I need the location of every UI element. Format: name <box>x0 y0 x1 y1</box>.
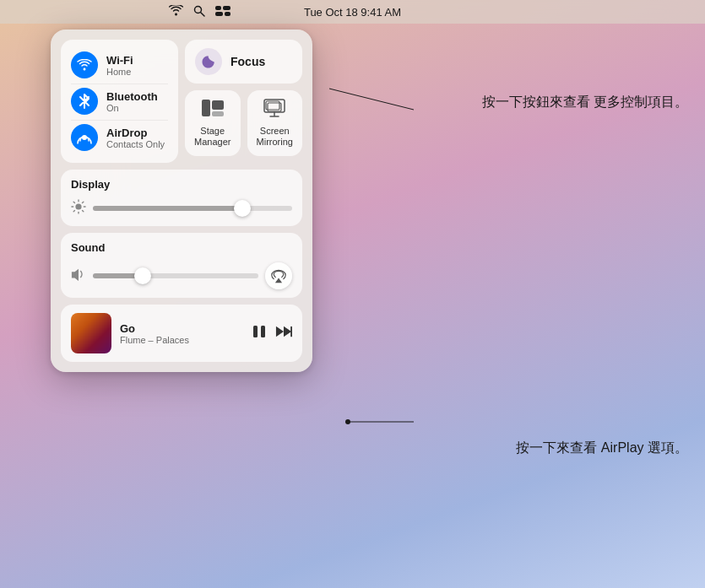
stage-manager-label: StageManager <box>194 126 230 148</box>
focus-label: Focus <box>230 55 265 68</box>
airdrop-name: AirDrop <box>106 127 165 139</box>
svg-line-19 <box>83 211 84 212</box>
menu-bar: Tue Oct 18 9:41 AM <box>0 0 705 24</box>
album-art <box>71 313 111 353</box>
sound-section: Sound <box>61 233 302 298</box>
track-name: Go <box>120 322 243 335</box>
display-section: Display <box>61 170 302 226</box>
wifi-name: Wi-Fi <box>106 54 133 67</box>
annotation-top: 按一下按鈕來查看 更多控制項目。 <box>482 93 688 111</box>
svg-rect-22 <box>253 326 258 337</box>
small-tiles-row: StageManager ScreenMirroring <box>185 90 302 156</box>
annotation-bottom-text: 按一下來查看 AirPlay 選項。 <box>516 440 688 455</box>
svg-rect-2 <box>215 6 221 10</box>
wifi-menubar-icon[interactable] <box>169 5 183 19</box>
svg-line-25 <box>329 89 414 110</box>
stage-manager-tile[interactable]: StageManager <box>185 90 241 156</box>
search-menubar-icon[interactable] <box>193 5 205 19</box>
bluetooth-status: On <box>106 103 158 113</box>
stage-manager-icon <box>202 99 224 122</box>
airdrop-text: AirDrop Contacts Only <box>106 127 165 149</box>
svg-rect-8 <box>212 100 224 110</box>
svg-point-13 <box>75 203 81 209</box>
display-slider-fill <box>93 206 242 211</box>
sound-title: Sound <box>71 241 292 254</box>
sound-slider-thumb <box>134 267 151 284</box>
bluetooth-row[interactable]: Bluetooth On <box>71 84 168 118</box>
annotation-top-text: 按一下按鈕來查看 更多控制項目。 <box>482 94 688 109</box>
svg-line-21 <box>73 211 74 212</box>
airdrop-row[interactable]: AirDrop Contacts Only <box>71 120 168 154</box>
focus-tile[interactable]: Focus <box>185 40 302 84</box>
svg-line-18 <box>73 202 74 202</box>
svg-line-1 <box>201 12 205 16</box>
wifi-row[interactable]: Wi-Fi Home <box>71 48 168 82</box>
bluetooth-name: Bluetooth <box>106 90 158 103</box>
svg-rect-9 <box>212 111 224 116</box>
bluetooth-icon-circle <box>71 88 98 115</box>
skip-forward-button[interactable] <box>275 324 292 343</box>
brightness-icon <box>71 199 86 218</box>
svg-rect-5 <box>225 12 230 16</box>
airdrop-status: Contacts Only <box>106 139 165 149</box>
svg-rect-7 <box>202 100 210 116</box>
pause-button[interactable] <box>252 324 267 343</box>
menu-bar-system-icons <box>169 5 230 19</box>
svg-point-27 <box>345 419 350 424</box>
display-slider-track[interactable] <box>93 206 292 211</box>
track-info: Go Flume – Palaces <box>120 322 243 345</box>
airdrop-icon-circle <box>71 124 98 151</box>
volume-icon <box>71 267 86 285</box>
track-artist: Flume – Palaces <box>120 335 243 345</box>
display-title: Display <box>71 178 292 191</box>
annotation-bottom: 按一下來查看 AirPlay 選項。 <box>516 439 688 457</box>
bluetooth-text: Bluetooth On <box>106 90 158 113</box>
wifi-icon-circle <box>71 51 98 78</box>
control-center-menubar-icon[interactable] <box>215 6 230 19</box>
airplay-button[interactable] <box>265 262 292 289</box>
focus-icon <box>195 48 222 75</box>
svg-rect-23 <box>261 326 265 337</box>
screen-mirroring-icon <box>263 99 285 122</box>
svg-rect-4 <box>215 12 223 16</box>
svg-rect-24 <box>290 326 292 337</box>
connectivity-tile: Wi-Fi Home Bluetooth On <box>61 40 178 163</box>
display-slider-row <box>71 199 292 218</box>
wifi-status: Home <box>106 67 133 77</box>
now-playing-tile: Go Flume – Palaces <box>61 305 302 362</box>
screen-mirroring-tile[interactable]: ScreenMirroring <box>247 90 303 156</box>
right-col: Focus StageManager <box>185 40 302 163</box>
top-section: Wi-Fi Home Bluetooth On <box>61 40 302 163</box>
svg-line-20 <box>83 202 84 202</box>
menu-bar-time: Tue Oct 18 9:41 AM <box>304 6 401 19</box>
sound-slider-row <box>71 262 292 289</box>
control-center-panel: Wi-Fi Home Bluetooth On <box>51 30 312 372</box>
display-slider-thumb <box>234 200 251 217</box>
svg-rect-3 <box>223 6 230 10</box>
screen-mirroring-label: ScreenMirroring <box>257 126 293 148</box>
sound-slider-track[interactable] <box>93 273 258 278</box>
wifi-text: Wi-Fi Home <box>106 54 133 77</box>
playback-controls <box>252 324 292 343</box>
